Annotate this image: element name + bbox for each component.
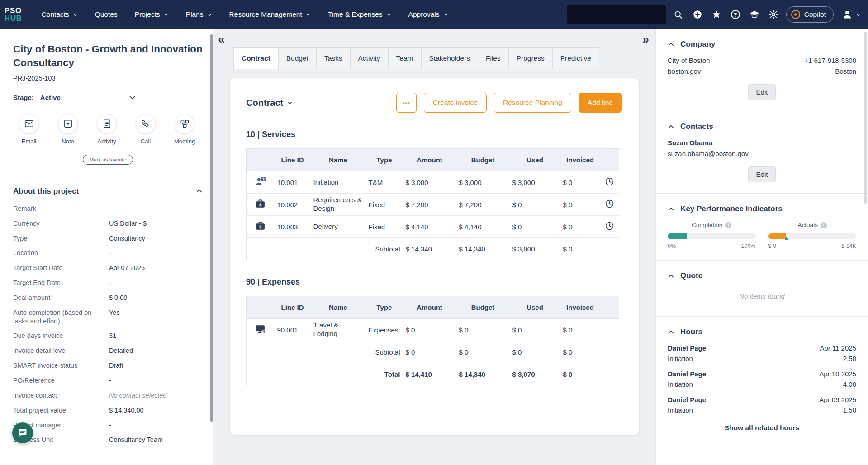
hours-person: Daniel Page xyxy=(668,370,706,378)
company-city: Boston xyxy=(804,67,856,75)
kpi-section-toggle[interactable]: Key Performance Indicators xyxy=(668,204,856,214)
kpi-title: Key Performance Indicators xyxy=(680,204,783,214)
company-name[interactable]: City of Boston xyxy=(668,57,710,64)
col-type: Type xyxy=(366,296,403,319)
hours-section-toggle[interactable]: Hours xyxy=(668,327,856,337)
user-menu[interactable] xyxy=(842,9,861,20)
project-sidebar: City of Boston - Growth and Innovation C… xyxy=(0,29,213,465)
info-icon[interactable]: i xyxy=(725,222,731,228)
company-section-toggle[interactable]: Company xyxy=(668,40,856,49)
note-action-button[interactable]: Note xyxy=(52,114,84,145)
nav-label: Plans xyxy=(186,10,204,19)
tab-team[interactable]: Team xyxy=(389,48,422,69)
time-log-clock-icon[interactable] xyxy=(600,194,619,216)
contact-email[interactable]: suzan.obama@boston.gov xyxy=(668,150,856,157)
quote-section-toggle[interactable]: Quote xyxy=(668,271,856,280)
tab-contract[interactable]: Contract xyxy=(234,48,279,69)
company-phone[interactable]: +1 617-918-5300 xyxy=(804,57,856,64)
help-icon[interactable]: ? xyxy=(729,8,742,21)
more-options-button[interactable]: ••• xyxy=(396,93,417,113)
academy-icon[interactable] xyxy=(748,8,761,21)
chat-widget-button[interactable] xyxy=(12,422,33,443)
field-business-unit: Business UnitConsultancy Team xyxy=(13,432,203,447)
tab-tasks[interactable]: Tasks xyxy=(317,48,351,69)
settings-gear-icon[interactable] xyxy=(767,8,780,21)
add-icon[interactable] xyxy=(691,8,704,21)
add-line-button[interactable]: Add line xyxy=(579,93,622,113)
window-scrollbar[interactable] xyxy=(864,32,867,204)
navbar-right: ? + Copilot xyxy=(567,5,861,24)
company-website[interactable]: boston.gov xyxy=(668,67,710,75)
time-log-clock-icon[interactable] xyxy=(600,171,619,194)
stage-selector[interactable]: Active xyxy=(40,94,136,101)
create-invoice-button[interactable]: Create invoice xyxy=(424,93,487,113)
copilot-button[interactable]: + Copilot xyxy=(786,6,834,23)
sidebar-scrollbar[interactable] xyxy=(210,34,213,422)
field-target-end-date: Target End Date- xyxy=(13,275,203,290)
main-content: « » Contract Budget Tasks Activity Team … xyxy=(213,29,655,465)
contacts-section-toggle[interactable]: Contacts xyxy=(668,122,856,131)
chevron-down-icon xyxy=(128,94,136,101)
tab-budget[interactable]: Budget xyxy=(279,48,317,69)
email-action-button[interactable]: Email xyxy=(13,114,45,145)
tab-stakeholders[interactable]: Stakeholders xyxy=(422,48,478,69)
global-search-input[interactable] xyxy=(567,5,666,24)
service-line-row[interactable]: $ 10.002 Requirements & Design Fixed $ 7… xyxy=(247,194,619,216)
nav-item-time-expenses[interactable]: Time & Expenses xyxy=(319,0,400,29)
hours-entry[interactable]: Daniel Page Apr 11 2025 Initiation 2.50 xyxy=(668,344,856,362)
tab-files[interactable]: Files xyxy=(478,48,509,69)
mark-as-favorite-button[interactable]: Mark as favorite xyxy=(83,155,133,165)
resource-planning-button[interactable]: Resource Planning xyxy=(494,93,571,113)
edit-company-button[interactable]: Edit xyxy=(748,84,776,100)
meeting-action-button[interactable]: Meeting xyxy=(169,114,200,145)
actuals-kpi: Actuals i $ 0 $ 14K xyxy=(768,222,857,249)
service-line-row[interactable]: $ 10.001 Initiation T&M $ 3,000 $ 3,000 … xyxy=(247,171,619,194)
favorites-star-icon[interactable] xyxy=(710,8,723,21)
chevron-up-icon xyxy=(196,188,203,195)
time-log-clock-icon[interactable] xyxy=(600,216,619,238)
hours-entry[interactable]: Daniel Page Apr 09 2025 Initiation 1.50 xyxy=(668,396,856,414)
contact-name[interactable]: Suzan Obama xyxy=(668,139,856,147)
tab-activity[interactable]: Activity xyxy=(351,48,389,69)
expense-line-row[interactable]: $ 90.001 Travel & Lodging Expenses $ 0 $… xyxy=(247,319,619,341)
app-logo[interactable]: PSO HUB xyxy=(5,7,22,23)
quote-empty-state: No items found xyxy=(668,292,856,300)
field-type: TypeConsultancy xyxy=(13,231,203,246)
field-total-project-value: Total project value$ 14,340.00 xyxy=(13,403,203,418)
search-icon[interactable] xyxy=(672,8,685,21)
hours-task: Initiation xyxy=(668,355,693,362)
nav-item-projects[interactable]: Projects xyxy=(126,0,177,29)
collapse-right-sidebar-icon[interactable]: » xyxy=(642,33,649,46)
nav-item-quotes[interactable]: Quotes xyxy=(86,0,126,29)
activity-action-button[interactable]: Activity xyxy=(91,114,123,145)
chevron-up-icon xyxy=(668,41,674,48)
info-icon[interactable]: i xyxy=(821,222,827,228)
about-section-toggle[interactable]: About this project xyxy=(13,187,203,196)
table-header-row: Line ID Name Type Amount Budget Used Inv… xyxy=(247,149,619,171)
show-all-related-hours-link[interactable]: Show all related hours xyxy=(668,424,856,432)
chevron-down-icon xyxy=(386,12,391,17)
contract-total-row: Total $ 14,410 $ 14,340 $ 3,070 $ 0 xyxy=(247,363,619,385)
completion-min: 0% xyxy=(668,243,676,249)
nav-label: Projects xyxy=(135,10,160,19)
nav-item-approvals[interactable]: Approvals xyxy=(400,0,457,29)
services-subtotal-row: Subtotal $ 14,340 $ 14,340 $ 3,000 $ 0 xyxy=(247,238,619,260)
top-navbar: PSO HUB Contacts Quotes Projects Plans R… xyxy=(0,0,868,29)
svg-text:$: $ xyxy=(259,203,262,207)
tab-predictive[interactable]: Predictive xyxy=(553,48,599,69)
nav-item-resource-management[interactable]: Resource Management xyxy=(221,0,319,29)
nav-item-contacts[interactable]: Contacts xyxy=(33,0,86,29)
chevron-down-icon xyxy=(207,12,212,17)
tab-progress[interactable]: Progress xyxy=(509,48,553,69)
stage-value: Active xyxy=(40,94,61,101)
edit-contact-button[interactable]: Edit xyxy=(748,166,776,182)
col-invoiced: Invoiced xyxy=(560,296,600,319)
call-action-button[interactable]: Call xyxy=(130,114,161,145)
project-title: City of Boston - Growth and Innovation C… xyxy=(13,43,203,70)
nav-item-plans[interactable]: Plans xyxy=(177,0,221,29)
contract-view-dropdown[interactable]: Contract xyxy=(246,98,293,108)
company-section: Company City of Boston boston.gov +1 617… xyxy=(656,29,868,111)
service-line-row[interactable]: $ 10.003 Delivery Fixed $ 4,140 $ 4,140 … xyxy=(247,216,619,238)
collapse-left-sidebar-icon[interactable]: « xyxy=(218,33,225,46)
hours-entry[interactable]: Daniel Page Apr 10 2025 Initiation 4.00 xyxy=(668,370,856,388)
